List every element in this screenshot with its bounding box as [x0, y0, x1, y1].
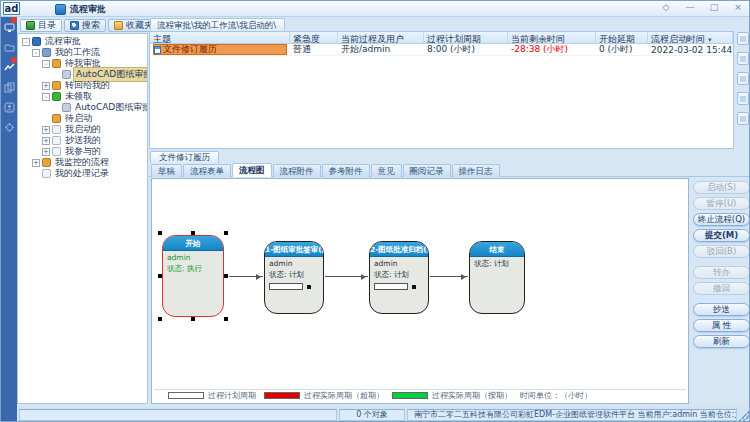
progress-dot [412, 285, 416, 289]
expander-icon[interactable]: + [42, 82, 50, 90]
node-status: 状态: 执行 [167, 264, 219, 274]
pause-button: 暂停(U) [693, 197, 750, 210]
tab-catalog[interactable]: 目录 [20, 19, 62, 32]
flow-node-end[interactable]: 结束 状态: 计划 [469, 241, 525, 314]
table-row[interactable]: 文件修订履历 普通 开始/admin 8:00 (小时) -28:38 (小时)… [150, 44, 733, 56]
expander-icon[interactable]: + [42, 137, 50, 145]
flow-legend: 过程计划周期 过程实际周期（超期） 过程实际周期（按期） 时间单位：（小时） [154, 389, 686, 401]
node-status: 状态: 计划 [374, 270, 424, 280]
tree-node-icon [42, 158, 51, 167]
selection-handle[interactable] [224, 231, 228, 235]
chart-icon[interactable] [1, 57, 17, 77]
legend-swatch-plan [168, 392, 204, 399]
selection-handle[interactable] [158, 274, 162, 278]
copy-icon[interactable] [1, 77, 17, 97]
transfer-button: 转办 [693, 266, 750, 279]
tree-node-icon [42, 169, 51, 178]
platform-info: 南宁市二零二五科技有限公司彩虹EDM-企业图纸管理软件平台 当前用户:admin… [407, 409, 737, 421]
subtab-circulation-log[interactable]: 圈阅记录 [403, 164, 451, 177]
column-start-delay[interactable]: 开始延期 [596, 32, 648, 43]
column-start-time[interactable]: 流程启动时间 ▾ [648, 32, 733, 43]
flow-arrow [430, 276, 468, 277]
node-progress [269, 283, 319, 290]
node-title: 1-图纸审批签审(图纸) [265, 242, 323, 257]
column-remaining[interactable]: 当前剩余时间 [508, 32, 596, 43]
time-unit-label: 时间单位：（小时） [520, 390, 592, 401]
expander-icon[interactable]: - [22, 38, 30, 46]
maximize-button[interactable]: □ [707, 2, 721, 12]
remaining-time-cell: -28:38 (小时) [508, 43, 596, 56]
subtab-flow-form[interactable]: 流程表单 [183, 164, 231, 177]
status-bar: 0 个对象 南宁市二零二五科技有限公司彩虹EDM-企业图纸管理软件平台 当前用户… [17, 406, 750, 422]
expander-icon[interactable]: + [32, 159, 40, 167]
expander-spacer [52, 104, 60, 112]
selection-handle[interactable] [191, 231, 195, 235]
column-current-step[interactable]: 当前过程及用户 [338, 32, 424, 43]
folder-icon[interactable] [1, 37, 17, 57]
selection-handle[interactable] [224, 317, 228, 321]
side-tool-icon-2[interactable] [737, 52, 749, 65]
tab-search[interactable]: 搜索 [64, 19, 106, 32]
side-tool-icon-4[interactable] [737, 92, 749, 105]
expander-icon[interactable]: + [42, 126, 50, 134]
selection-handle[interactable] [191, 317, 195, 321]
subtab-flow-attachments[interactable]: 流程附件 [273, 164, 321, 177]
subject-text: 文件修订履历 [163, 44, 217, 55]
expander-icon[interactable]: - [32, 49, 40, 57]
column-urgency[interactable]: 紧急度 [290, 32, 338, 43]
expander-icon[interactable]: - [42, 60, 50, 68]
side-tool-icon-3[interactable] [737, 72, 749, 85]
worklist-tab[interactable]: 流程审批\我的工作流\我启动的\ [150, 18, 285, 31]
column-plan-period[interactable]: 过程计划周期 [424, 32, 508, 43]
message-icon[interactable] [1, 17, 17, 37]
tab-label: 搜索 [82, 19, 100, 32]
submit-button[interactable]: 提交(M) [693, 229, 750, 242]
expander-icon[interactable]: + [42, 148, 50, 156]
right-toolbar [737, 32, 750, 125]
skin-icon[interactable]: ◇ [659, 2, 673, 12]
side-tool-icon-5[interactable] [737, 112, 749, 125]
node-title: 2-图纸批准归档(归档) [370, 242, 428, 257]
minimize-button[interactable]: — [683, 2, 697, 12]
selection-handle[interactable] [158, 317, 162, 321]
cc-button[interactable]: 抄送 [693, 303, 750, 316]
flow-node-sign-review[interactable]: 1-图纸审批签审(图纸) admin 状态: 计划 [264, 241, 324, 314]
subtab-draft[interactable]: 草稿 [151, 164, 182, 177]
action-button-panel: 启动(S) 暂停(U) 终止流程(Q) 提交(M) 驳回(B) 转办 撤回 抄送… [693, 181, 750, 348]
title-area: 流程审批 [55, 3, 106, 16]
flow-arrow [325, 276, 368, 277]
expander-spacer [32, 170, 40, 178]
properties-button[interactable]: 属 性 [693, 319, 750, 332]
flow-node-start[interactable]: 开始 admin 状态: 执行 [162, 235, 224, 317]
side-tool-icon-1[interactable] [737, 32, 749, 45]
document-icon [154, 46, 161, 54]
resize-grip[interactable] [739, 411, 749, 421]
expander-spacer [52, 71, 60, 79]
detail-tab[interactable]: 文件修订履历 [150, 151, 219, 163]
subtab-opinions[interactable]: 意见 [371, 164, 402, 177]
app-window: ad 流程审批 ◇ — □ × [0, 0, 750, 422]
selection-handle[interactable] [224, 274, 228, 278]
tree-node-icon [52, 92, 61, 101]
expander-icon[interactable]: - [42, 93, 50, 101]
terminate-flow-button[interactable]: 终止流程(Q) [693, 213, 750, 226]
node-title: 开始 [163, 236, 223, 251]
flow-arrow [229, 276, 263, 277]
gear-icon[interactable] [1, 117, 17, 137]
flow-node-approve-archive[interactable]: 2-图纸批准归档(归档) admin 状态: 计划 [369, 241, 429, 314]
close-button[interactable]: × [731, 2, 745, 12]
refresh-button[interactable]: 刷新 [693, 335, 750, 348]
selection-handle[interactable] [158, 231, 162, 235]
column-subject[interactable]: 主题 [150, 32, 290, 43]
detail-subtabs: 草稿 流程表单 流程图 流程附件 参考附件 意见 圈阅记录 操作日志 [149, 163, 750, 177]
subtab-ref-attachments[interactable]: 参考附件 [322, 164, 370, 177]
tree-item-my-records[interactable]: 我的处理记录 [20, 168, 147, 179]
subtab-operation-log[interactable]: 操作日志 [452, 164, 500, 177]
start-time-cell: 2022-03-02 15:44:56 [648, 45, 733, 55]
node-title: 结束 [470, 242, 524, 257]
contacts-icon[interactable] [1, 97, 17, 117]
flow-doc-icon [62, 103, 71, 112]
book-icon [26, 21, 35, 30]
tree-node-icon [52, 59, 61, 68]
subtab-flow-diagram[interactable]: 流程图 [232, 163, 272, 177]
